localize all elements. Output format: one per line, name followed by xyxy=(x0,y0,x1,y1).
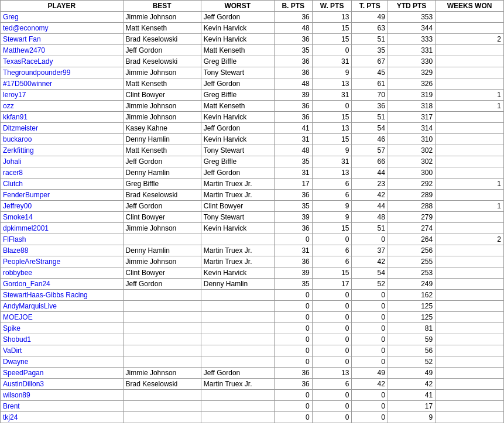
player-name[interactable]: tkj24 xyxy=(1,412,124,423)
worst-pick xyxy=(201,323,274,334)
ytd-points: 42 xyxy=(388,379,435,390)
total-points: 0 xyxy=(352,334,388,345)
best-pick: Jimmie Johnson xyxy=(123,67,201,78)
player-name[interactable]: PeopleAreStrange xyxy=(1,256,124,267)
player-name[interactable]: Thegroundpounder99 xyxy=(1,67,124,78)
best-points: 0 xyxy=(274,312,312,323)
table-row: FlFlash0002642 xyxy=(1,234,504,245)
player-name[interactable]: Shobud1 xyxy=(1,334,124,345)
weeks-won: 1 xyxy=(436,101,504,112)
best-pick: Jimmie Johnson xyxy=(123,12,201,23)
worst-points: 15 xyxy=(312,267,352,279)
weeks-won xyxy=(436,412,504,423)
table-row: DitzmeisterKasey KahneJeff Gordon4113543… xyxy=(1,123,504,134)
worst-points: 0 xyxy=(312,412,352,423)
best-points: 36 xyxy=(274,223,312,234)
total-points: 49 xyxy=(352,12,388,23)
worst-points: 13 xyxy=(312,12,352,23)
player-name[interactable]: Smoke14 xyxy=(1,212,124,223)
table-row: Thegroundpounder99Jimmie JohnsonTony Ste… xyxy=(1,67,504,78)
player-name[interactable]: Johali xyxy=(1,156,124,167)
best-points: 39 xyxy=(274,267,312,279)
player-name[interactable]: robbybee xyxy=(1,267,124,279)
player-name[interactable]: Zerkfitting xyxy=(1,145,124,156)
worst-pick: Jeff Gordon xyxy=(201,368,274,379)
total-points: 54 xyxy=(352,267,388,279)
best-pick: Jeff Gordon xyxy=(123,201,201,212)
best-points: 36 xyxy=(274,34,312,45)
table-row: ClutchGreg BiffleMartin Truex Jr.1762329… xyxy=(1,179,504,190)
player-name[interactable]: ted@economy xyxy=(1,23,124,34)
total-points: 51 xyxy=(352,34,388,45)
player-name[interactable]: Dwayne xyxy=(1,356,124,368)
best-points: 36 xyxy=(274,67,312,78)
worst-points: 0 xyxy=(312,323,352,334)
worst-points: 0 xyxy=(312,101,352,112)
total-points: 57 xyxy=(352,145,388,156)
player-name[interactable]: Matthew2470 xyxy=(1,45,124,56)
player-name[interactable]: leroy17 xyxy=(1,90,124,101)
player-name[interactable]: dpkimmel2001 xyxy=(1,223,124,234)
player-name[interactable]: buckaroo xyxy=(1,134,124,145)
player-name[interactable]: VaDirt xyxy=(1,345,124,356)
total-points: 70 xyxy=(352,90,388,101)
player-name[interactable]: Greg xyxy=(1,12,124,23)
player-name[interactable]: TexasRaceLady xyxy=(1,56,124,67)
best-pick: Jimmie Johnson xyxy=(123,368,201,379)
player-name[interactable]: MOEJOE xyxy=(1,312,124,323)
worst-points: 0 xyxy=(312,356,352,368)
best-points: 35 xyxy=(274,156,312,167)
worst-pick xyxy=(201,401,274,412)
player-name[interactable]: Clutch xyxy=(1,179,124,190)
best-points: 0 xyxy=(274,334,312,345)
table-row: buckarooDenny HamlinKevin Harvick3115463… xyxy=(1,134,504,145)
best-pick xyxy=(123,345,201,356)
best-pick: Clint Bowyer xyxy=(123,212,201,223)
best-pick: Jimmie Johnson xyxy=(123,223,201,234)
ytd-points: 310 xyxy=(388,134,435,145)
best-pick xyxy=(123,301,201,312)
player-name[interactable]: AustinDillon3 xyxy=(1,379,124,390)
total-points: 45 xyxy=(352,67,388,78)
player-name[interactable]: Stewart Fan xyxy=(1,34,124,45)
worst-pick: Tony Stewart xyxy=(201,145,274,156)
player-name[interactable]: Spike xyxy=(1,323,124,334)
worst-pick: Jeff Gordon xyxy=(201,167,274,179)
player-name[interactable]: Ditzmeister xyxy=(1,123,124,134)
ytd-points: 279 xyxy=(388,212,435,223)
weeks-won xyxy=(436,356,504,368)
player-name[interactable]: StewartHaas-Gibbs Racing xyxy=(1,290,124,301)
worst-pick: Martin Truex Jr. xyxy=(201,245,274,256)
weeks-won: 2 xyxy=(436,234,504,245)
player-name[interactable]: #17D500winner xyxy=(1,78,124,90)
worst-pick xyxy=(201,345,274,356)
ytd-points: 289 xyxy=(388,190,435,201)
player-name[interactable]: Gordon_Fan24 xyxy=(1,279,124,290)
best-points: 36 xyxy=(274,256,312,267)
ytd-points: 302 xyxy=(388,156,435,167)
ytd-points: 264 xyxy=(388,234,435,245)
player-name[interactable]: SpeedPagan xyxy=(1,368,124,379)
best-points: 0 xyxy=(274,412,312,423)
player-name[interactable]: ozz xyxy=(1,101,124,112)
table-row: FenderBumperBrad KeselowskiMartin Truex … xyxy=(1,190,504,201)
player-name[interactable]: FlFlash xyxy=(1,234,124,245)
player-name[interactable]: wilson89 xyxy=(1,390,124,401)
player-name[interactable]: Brent xyxy=(1,401,124,412)
weeks-won xyxy=(436,45,504,56)
player-name[interactable]: FenderBumper xyxy=(1,190,124,201)
best-pick: Denny Hamlin xyxy=(123,245,201,256)
player-name[interactable]: racer8 xyxy=(1,167,124,179)
player-name[interactable]: kkfan91 xyxy=(1,112,124,123)
player-name[interactable]: AndyMarquisLive xyxy=(1,301,124,312)
player-name[interactable]: Jeffrey00 xyxy=(1,201,124,212)
table-row: AustinDillon3Brad KeselowskiMartin Truex… xyxy=(1,379,504,390)
ytd-points: 255 xyxy=(388,256,435,267)
table-row: Gordon_Fan24Jeff GordonDenny Hamlin35175… xyxy=(1,279,504,290)
ytd-points: 59 xyxy=(388,334,435,345)
ytd-points: 162 xyxy=(388,290,435,301)
player-name[interactable]: Blaze88 xyxy=(1,245,124,256)
best-points: 0 xyxy=(274,390,312,401)
total-points: 35 xyxy=(352,45,388,56)
best-pick xyxy=(123,334,201,345)
